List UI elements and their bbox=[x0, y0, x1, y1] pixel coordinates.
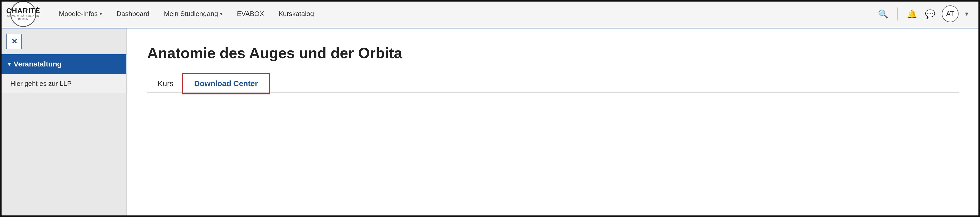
tab-download-center[interactable]: Download Center bbox=[184, 75, 268, 93]
sidebar-close-row: ✕ bbox=[0, 29, 126, 54]
nav-item-mein-studiengang[interactable]: Mein Studiengang ▾ bbox=[157, 7, 230, 21]
user-avatar[interactable]: AT bbox=[942, 5, 959, 22]
notification-button[interactable]: 🔔 bbox=[905, 8, 918, 20]
content-area: Anatomie des Auges und der Orbita Kurs D… bbox=[127, 29, 980, 217]
nav-item-dashboard[interactable]: Dashboard bbox=[109, 7, 156, 21]
sidebar: ✕ ▾ Veranstaltung Hier geht es zur LLP bbox=[0, 29, 127, 217]
sidebar-section-label: Veranstaltung bbox=[14, 60, 62, 68]
main-content: ✕ ▾ Veranstaltung Hier geht es zur LLP A… bbox=[0, 29, 980, 217]
chevron-down-icon: ▾ bbox=[965, 10, 968, 18]
tab-download-wrapper: Download Center bbox=[184, 75, 268, 93]
nav-links: Moodle-Infos ▾ Dashboard Mein Studiengan… bbox=[52, 7, 877, 21]
chevron-down-icon: ▾ bbox=[220, 11, 223, 17]
tabs-row: Kurs Download Center bbox=[147, 75, 959, 93]
close-icon: ✕ bbox=[11, 37, 17, 46]
search-button[interactable]: 🔍 bbox=[877, 8, 889, 20]
sidebar-close-button[interactable]: ✕ bbox=[6, 34, 22, 49]
logo-text: CHARITÉ bbox=[6, 7, 40, 14]
sidebar-section-veranstaltung[interactable]: ▾ Veranstaltung bbox=[0, 54, 126, 74]
chat-icon: 💬 bbox=[925, 9, 935, 19]
logo-subtext: UNIVERSITÄTSMEDIZIN BERLIN bbox=[7, 14, 39, 21]
chevron-down-icon: ▾ bbox=[8, 61, 11, 67]
logo-area: CHARITÉ UNIVERSITÄTSMEDIZIN BERLIN bbox=[10, 1, 36, 27]
nav-item-kurskatalog[interactable]: Kurskatalog bbox=[271, 7, 321, 21]
nav-item-evabox[interactable]: EVABOX bbox=[230, 7, 271, 21]
user-menu-dropdown[interactable]: ▾ bbox=[964, 8, 970, 19]
tab-kurs[interactable]: Kurs bbox=[147, 75, 184, 93]
nav-separator bbox=[897, 8, 898, 21]
page-title: Anatomie des Auges und der Orbita bbox=[147, 44, 959, 62]
charite-logo: CHARITÉ UNIVERSITÄTSMEDIZIN BERLIN bbox=[10, 1, 36, 27]
search-icon: 🔍 bbox=[878, 9, 888, 19]
sidebar-link-llp[interactable]: Hier geht es zur LLP bbox=[0, 74, 126, 93]
nav-right: 🔍 🔔 💬 AT ▾ bbox=[877, 5, 970, 22]
chat-button[interactable]: 💬 bbox=[924, 8, 937, 20]
bell-icon: 🔔 bbox=[907, 9, 917, 19]
top-navigation: CHARITÉ UNIVERSITÄTSMEDIZIN BERLIN Moodl… bbox=[0, 0, 980, 29]
nav-item-moodle-infos[interactable]: Moodle-Infos ▾ bbox=[52, 7, 109, 21]
chevron-down-icon: ▾ bbox=[100, 11, 102, 17]
